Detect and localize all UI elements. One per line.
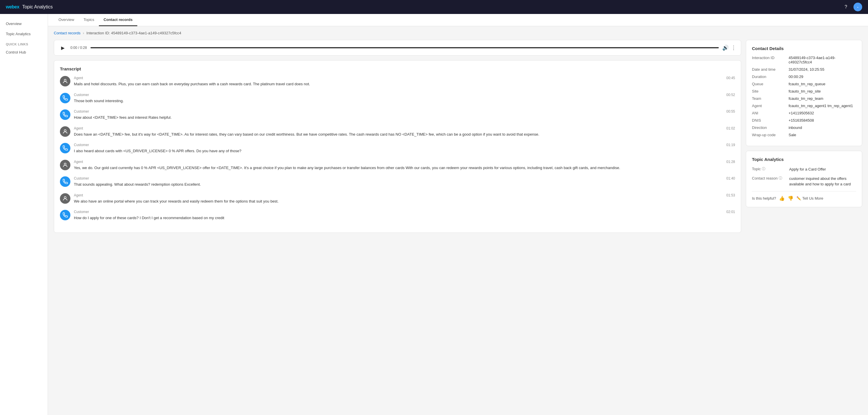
transcript-entry: Agent 01:28 Yes, we do. Our gold card cu… (60, 160, 735, 171)
thumbs-up-button[interactable]: 👍 (779, 196, 785, 201)
details-value: +14119505632 (788, 111, 856, 115)
details-row-direction: Direction inbound (752, 125, 856, 130)
contact-reason-info-icon[interactable]: ⓘ (779, 176, 782, 181)
entry-header: Customer 00:52 (74, 93, 735, 97)
entry-header: Customer 02:01 (74, 210, 735, 214)
entry-role: Agent (74, 193, 83, 197)
entry-text: Yes, we do. Our gold card currently has … (74, 165, 735, 171)
helpful-label: Is this helpful? (752, 196, 776, 201)
topic-analytics-title: Topic Analytics (752, 157, 856, 162)
svg-point-2 (64, 163, 66, 165)
entry-role: Agent (74, 126, 83, 130)
details-row-wrapup: Wrap-up code Sale (752, 133, 856, 137)
webex-logo: webex (6, 4, 19, 9)
svg-point-1 (64, 129, 66, 131)
content-area: Overview Topics Contact records Contact … (48, 14, 868, 415)
two-col-layout: ▶ 0:00 / 0:28 🔊 ⋮ Transcript (54, 40, 862, 233)
entry-header: Customer 00:55 (74, 110, 735, 114)
agent-avatar (60, 160, 70, 170)
breadcrumb-link[interactable]: Contact records (54, 31, 81, 35)
details-label: Wrap-up code (752, 133, 784, 137)
entry-text: How do I apply for one of these cards? I… (74, 215, 735, 221)
entry-time: 01:53 (726, 193, 735, 197)
tab-overview[interactable]: Overview (54, 14, 79, 26)
details-label: Interaction ID (752, 56, 784, 64)
entry-body: Agent 01:02 Does have an <DATE_TIME> fee… (74, 126, 735, 137)
entry-text: Those both sound interesting. (74, 98, 735, 104)
transcript-title: Transcript (60, 66, 735, 71)
sidebar-section-quick-links: QUICK LINKS (0, 39, 48, 47)
agent-avatar (60, 193, 70, 204)
details-value: fcauto_tm_rep_site (788, 89, 856, 93)
thumbs-down-button[interactable]: 👎 (788, 196, 794, 201)
details-label: Queue (752, 82, 784, 86)
transcript-entry: Agent 00:45 Mails and hotel discounts. P… (60, 76, 735, 87)
details-row-duration: Duration 00:00:29 (752, 75, 856, 79)
transcript-entry: Customer 00:55 How about <DATE_TIME> fee… (60, 110, 735, 120)
tell-us-more-link[interactable]: ✏️ Tell Us More (797, 196, 823, 201)
entry-time: 01:19 (726, 143, 735, 147)
entry-time: 02:01 (726, 210, 735, 214)
entry-body: Agent 01:53 We also have an online porta… (74, 193, 735, 204)
sidebar-item-overview[interactable]: Overview (0, 19, 48, 29)
audio-player: ▶ 0:00 / 0:28 🔊 ⋮ (54, 40, 741, 56)
right-column: Contact Details Interaction ID 45489149-… (746, 40, 862, 207)
entry-body: Customer 00:52 Those both sound interest… (74, 93, 735, 104)
details-value: fcauto_tm_rep_team (788, 96, 856, 101)
divider (752, 191, 856, 191)
sidebar-item-topic-analytics[interactable]: Topic Analytics (0, 29, 48, 39)
contact-reason-row: Contact reason ⓘ customer inquired about… (752, 176, 856, 187)
entry-header: Agent 00:45 (74, 76, 735, 80)
svg-point-3 (64, 197, 66, 199)
user-avatar[interactable]: - (854, 3, 862, 11)
entry-body: Customer 02:01 How do I apply for one of… (74, 210, 735, 221)
details-label: Team (752, 96, 784, 101)
entry-role: Customer (74, 110, 89, 114)
entry-time: 01:28 (726, 160, 735, 164)
entry-header: Agent 01:53 (74, 193, 735, 197)
tab-topics[interactable]: Topics (79, 14, 99, 26)
sidebar: Overview Topic Analytics QUICK LINKS Con… (0, 14, 48, 415)
details-value: fcauto_tm_rep_queue (788, 82, 856, 86)
topic-analytics-card: Topic Analytics Topic ⓘ Apply for a Card… (746, 151, 862, 207)
sidebar-item-control-hub[interactable]: Control Hub (0, 47, 48, 57)
more-options-icon[interactable]: ⋮ (731, 45, 736, 51)
entry-text: That sounds appealing. What about reward… (74, 182, 735, 187)
customer-avatar (60, 176, 70, 187)
details-row-queue: Queue fcauto_tm_rep_queue (752, 82, 856, 86)
details-row-team: Team fcauto_tm_rep_team (752, 96, 856, 101)
agent-avatar (60, 76, 70, 86)
transcript-entry: Customer 02:01 How do I apply for one of… (60, 210, 735, 221)
customer-avatar (60, 210, 70, 220)
details-value: 00:00:29 (788, 75, 856, 79)
entry-role: Customer (74, 143, 89, 147)
topic-label: Topic ⓘ (752, 167, 787, 171)
entry-role: Customer (74, 93, 89, 97)
entry-role: Agent (74, 160, 83, 164)
play-button[interactable]: ▶ (59, 43, 67, 52)
transcript-entry: Customer 01:19 I also heard about cards … (60, 143, 735, 154)
help-icon[interactable]: ? (842, 3, 850, 11)
entry-text: I also heard about cards with <US_DRIVER… (74, 148, 735, 154)
details-label: Site (752, 89, 784, 93)
customer-avatar (60, 143, 70, 153)
breadcrumb: Contact records › Interaction ID: 454891… (54, 31, 862, 35)
topic-info-icon[interactable]: ⓘ (762, 167, 765, 171)
details-value: Sale (788, 133, 856, 137)
audio-progress-bar[interactable] (90, 47, 719, 48)
transcript-entry: Customer 01:40 That sounds appealing. Wh… (60, 176, 735, 187)
entry-header: Customer 01:40 (74, 176, 735, 180)
details-label: Date and time (752, 67, 784, 71)
entry-header: Agent 01:02 (74, 126, 735, 130)
entry-role: Customer (74, 176, 89, 180)
tab-contact-records[interactable]: Contact records (99, 14, 137, 26)
volume-icon[interactable]: 🔊 (722, 45, 728, 51)
details-row-interaction-id: Interaction ID 45489149-c373-4ae1-a149-c… (752, 56, 856, 64)
top-nav: webex Topic Analytics ? - (0, 0, 868, 14)
transcript-entry: Agent 01:02 Does have an <DATE_TIME> fee… (60, 126, 735, 137)
main-container: Overview Topic Analytics QUICK LINKS Con… (0, 14, 868, 415)
entry-body: Customer 01:19 I also heard about cards … (74, 143, 735, 154)
contact-details-card: Contact Details Interaction ID 45489149-… (746, 40, 862, 146)
customer-avatar (60, 110, 70, 120)
contact-reason-value: customer inquired about the offers avail… (789, 176, 856, 187)
